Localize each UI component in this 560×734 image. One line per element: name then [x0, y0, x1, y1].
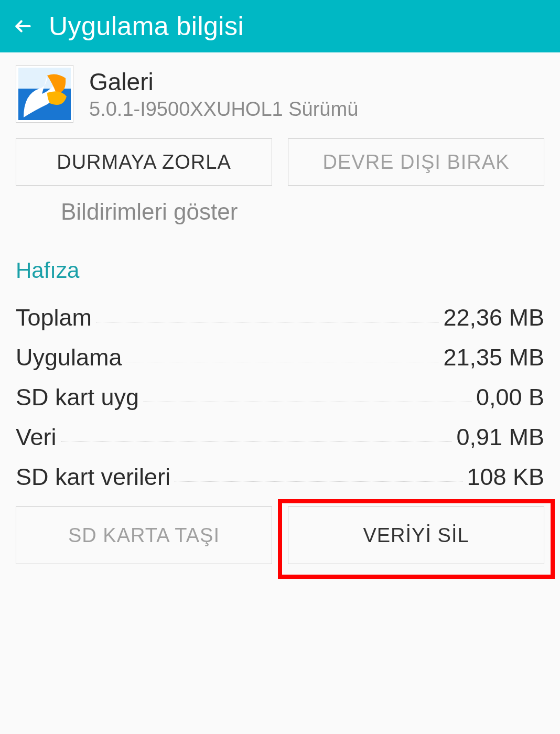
- stat-fill: [126, 362, 439, 362]
- stat-row: Toplam 22,36 MB: [16, 298, 544, 338]
- page-title: Uygulama bilgisi: [49, 11, 244, 41]
- memory-stats-list: Toplam 22,36 MB Uygulama 21,35 MB SD kar…: [0, 294, 560, 501]
- stat-value: 22,36 MB: [443, 304, 544, 331]
- stat-value: 0,91 MB: [456, 424, 544, 451]
- app-info-row: Galeri 5.0.1-I9500XXUHOL1 Sürümü: [0, 52, 560, 133]
- app-header: Uygulama bilgisi: [0, 0, 560, 52]
- move-to-sd-button[interactable]: SD KARTA TAŞI: [16, 506, 272, 564]
- show-notifications-checkbox[interactable]: [16, 197, 45, 226]
- stat-label: Toplam: [16, 304, 92, 331]
- stat-row: Veri 0,91 MB: [16, 417, 544, 457]
- disable-button[interactable]: DEVRE DIŞI BIRAK: [288, 138, 544, 186]
- top-button-row: DURMAYA ZORLA DEVRE DIŞI BIRAK: [0, 133, 560, 191]
- stat-value: 21,35 MB: [443, 344, 544, 371]
- arrow-left-icon: [13, 16, 33, 36]
- force-stop-button[interactable]: DURMAYA ZORLA: [16, 138, 272, 186]
- memory-section-title: Hafıza: [0, 242, 560, 294]
- stat-row: SD kart uyg 0,00 B: [16, 377, 544, 417]
- stat-value: 108 KB: [467, 463, 544, 491]
- stat-label: Veri: [16, 424, 57, 451]
- stat-row: SD kart verileri 108 KB: [16, 457, 544, 497]
- app-icon: [16, 65, 73, 123]
- app-text-block: Galeri 5.0.1-I9500XXUHOL1 Sürümü: [89, 68, 358, 121]
- stat-label: SD kart uyg: [16, 384, 139, 411]
- stat-value: 0,00 B: [476, 384, 544, 411]
- stat-row: Uygulama 21,35 MB: [16, 338, 544, 377]
- stat-fill: [175, 481, 462, 482]
- stat-label: Uygulama: [16, 344, 122, 371]
- stat-fill: [61, 441, 453, 442]
- show-notifications-label: Bildirimleri göster: [61, 199, 238, 225]
- bottom-button-row: SD KARTA TAŞI VERİYİ SİL: [0, 501, 560, 569]
- gallery-icon: [18, 68, 71, 120]
- show-notifications-row[interactable]: Bildirimleri göster: [0, 191, 560, 242]
- back-button[interactable]: [10, 14, 36, 39]
- app-name: Galeri: [89, 68, 358, 96]
- delete-data-button[interactable]: VERİYİ SİL: [288, 506, 544, 564]
- stat-fill: [143, 402, 472, 402]
- stat-fill: [96, 322, 439, 322]
- app-version: 5.0.1-I9500XXUHOL1 Sürümü: [89, 98, 358, 121]
- stat-label: SD kart verileri: [16, 463, 170, 491]
